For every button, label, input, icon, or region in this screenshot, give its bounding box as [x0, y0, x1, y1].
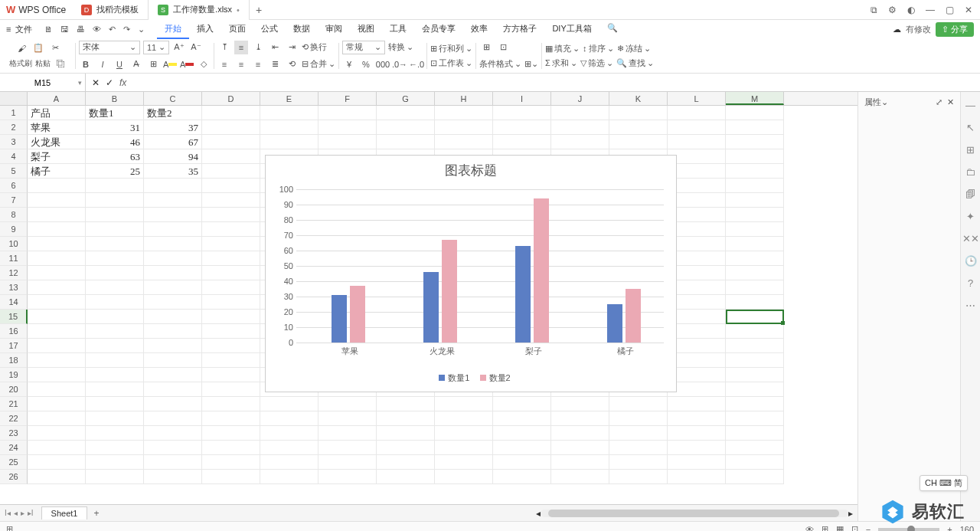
cell[interactable]	[144, 251, 202, 266]
cell[interactable]	[144, 455, 202, 470]
horizontal-scrollbar[interactable]: ◂ ▸	[536, 508, 858, 519]
row-header[interactable]: 22	[0, 411, 28, 426]
ime-indicator[interactable]: CH ⌨ 简	[920, 475, 968, 491]
percent-icon[interactable]: %	[359, 57, 373, 71]
sum-button[interactable]: Σ求和⌄	[545, 57, 577, 69]
cell[interactable]	[551, 426, 609, 441]
cell[interactable]	[202, 426, 260, 441]
cell[interactable]	[726, 411, 784, 426]
cell[interactable]	[377, 120, 435, 135]
cell[interactable]	[377, 411, 435, 426]
cell[interactable]	[377, 470, 435, 484]
window-ai-icon[interactable]: ◐	[907, 5, 915, 15]
tab-review[interactable]: 审阅	[318, 20, 350, 39]
cell[interactable]	[28, 397, 86, 411]
cell[interactable]	[377, 455, 435, 470]
cell[interactable]	[144, 237, 202, 251]
cell[interactable]	[202, 339, 260, 353]
tab-view[interactable]: 视图	[350, 20, 382, 39]
cell[interactable]	[726, 120, 784, 135]
strikethrough-icon[interactable]: A̶	[129, 57, 143, 71]
cell[interactable]	[202, 310, 260, 324]
qat-redo-icon[interactable]: ↷	[123, 25, 130, 34]
window-cube-icon[interactable]: ⚙	[888, 5, 897, 15]
indent-increase-icon[interactable]: ⇥	[285, 41, 299, 54]
cell[interactable]	[551, 470, 609, 484]
cell[interactable]	[260, 426, 318, 441]
row-header[interactable]: 13	[0, 280, 28, 295]
cell[interactable]	[609, 470, 668, 484]
italic-icon[interactable]: I	[96, 57, 109, 71]
cell[interactable]	[202, 120, 260, 135]
tab-member[interactable]: 会员专享	[414, 20, 463, 39]
tab-fangfang[interactable]: 方方格子	[495, 20, 544, 39]
number-format-combo[interactable]: 常规⌄	[342, 41, 385, 54]
zoom-in-icon[interactable]: +	[947, 525, 952, 532]
sheet-nav-prev-icon[interactable]: ◂	[14, 509, 18, 517]
cell[interactable]	[609, 135, 668, 149]
status-view-page-icon[interactable]: ▦	[836, 524, 844, 531]
cell[interactable]	[202, 368, 260, 382]
window-maximize-icon[interactable]: ▢	[946, 5, 954, 15]
worksheet-button[interactable]: ⊡工作表⌄	[430, 57, 472, 69]
border-icon[interactable]: ⊞	[146, 57, 160, 71]
zoom-out-icon[interactable]: −	[866, 525, 871, 532]
cell[interactable]	[668, 455, 726, 470]
cell[interactable]: 35	[144, 164, 202, 179]
cell[interactable]	[726, 208, 784, 222]
distribute-icon[interactable]: ≣	[268, 57, 282, 71]
cell[interactable]	[144, 368, 202, 382]
cell[interactable]: 数量2	[144, 106, 202, 120]
column-header[interactable]: C	[144, 92, 202, 105]
cell[interactable]	[28, 295, 86, 310]
row-header[interactable]: 4	[0, 149, 28, 164]
add-tab-button[interactable]: +	[250, 4, 268, 16]
side-more-icon[interactable]: ⋯	[965, 300, 975, 311]
cell[interactable]	[493, 411, 551, 426]
cell[interactable]	[726, 353, 784, 368]
cell[interactable]	[86, 251, 144, 266]
comma-icon[interactable]: 000	[376, 57, 390, 71]
column-header[interactable]: B	[86, 92, 144, 105]
cell[interactable]	[377, 426, 435, 441]
scroll-right-icon[interactable]: ▸	[848, 508, 853, 519]
right-panel-pin-icon[interactable]: ⤢	[936, 97, 942, 107]
cell[interactable]	[668, 426, 726, 441]
cell[interactable]	[202, 455, 260, 470]
column-header[interactable]: M	[726, 92, 784, 105]
row-header[interactable]: 24	[0, 441, 28, 455]
cell[interactable]	[260, 106, 318, 120]
orientation-icon[interactable]: ⟲	[285, 57, 299, 71]
sheet-nav-first-icon[interactable]: I◂	[5, 509, 11, 517]
column-header[interactable]: L	[668, 92, 726, 105]
cell[interactable]	[726, 222, 784, 237]
cell[interactable]: 火龙果	[28, 135, 86, 149]
cell[interactable]	[668, 120, 726, 135]
cell[interactable]	[202, 179, 260, 193]
formula-input-area[interactable]: ✕ ✓ fx	[86, 77, 980, 88]
cell[interactable]	[435, 120, 493, 135]
clear-format-icon[interactable]: ◇	[197, 57, 211, 71]
name-box-input[interactable]	[12, 78, 74, 87]
sheet-nav-last-icon[interactable]: ▸I	[28, 509, 34, 517]
tab-formula[interactable]: 公式	[253, 20, 286, 39]
find-button[interactable]: 🔍查找⌄	[616, 57, 654, 69]
cell[interactable]: 数量1	[86, 106, 144, 120]
row-header[interactable]: 25	[0, 455, 28, 470]
cell[interactable]	[202, 441, 260, 455]
side-select-icon[interactable]: ↖	[966, 122, 975, 133]
row-header[interactable]: 1	[0, 106, 28, 120]
cell[interactable]: 63	[86, 149, 144, 164]
cell[interactable]	[28, 280, 86, 295]
cell[interactable]	[435, 411, 493, 426]
column-header[interactable]: K	[609, 92, 668, 105]
row-header[interactable]: 12	[0, 266, 28, 280]
cell[interactable]	[86, 441, 144, 455]
cell[interactable]	[28, 455, 86, 470]
cell[interactable]	[28, 353, 86, 368]
cell[interactable]	[726, 280, 784, 295]
cell[interactable]	[726, 324, 784, 339]
side-styles-icon[interactable]: ⊞	[966, 144, 975, 156]
cell[interactable]	[144, 179, 202, 193]
cell[interactable]	[28, 208, 86, 222]
